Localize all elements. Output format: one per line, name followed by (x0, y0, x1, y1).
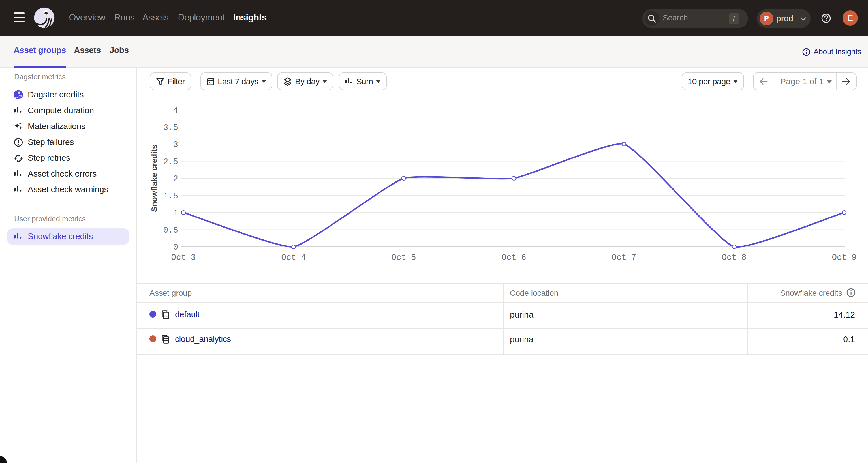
svg-text:2: 2 (173, 174, 178, 184)
svg-text:Oct 5: Oct 5 (391, 253, 416, 262)
svg-text:Oct 3: Oct 3 (171, 253, 196, 262)
svg-text:Oct 9: Oct 9 (832, 253, 857, 262)
svg-text:1.5: 1.5 (163, 192, 178, 201)
svg-text:Oct 4: Oct 4 (281, 253, 306, 262)
svg-text:2.5: 2.5 (163, 157, 178, 167)
svg-text:Snowflake credits: Snowflake credits (150, 144, 159, 212)
svg-text:0.5: 0.5 (163, 226, 178, 235)
svg-text:1: 1 (173, 208, 178, 218)
svg-text:3.5: 3.5 (163, 123, 178, 132)
svg-text:Oct 6: Oct 6 (501, 253, 526, 262)
svg-text:3: 3 (173, 140, 178, 150)
svg-text:Oct 8: Oct 8 (722, 253, 746, 262)
svg-text:4: 4 (173, 106, 178, 115)
svg-text:Oct 7: Oct 7 (612, 253, 636, 262)
svg-text:0: 0 (173, 243, 178, 252)
